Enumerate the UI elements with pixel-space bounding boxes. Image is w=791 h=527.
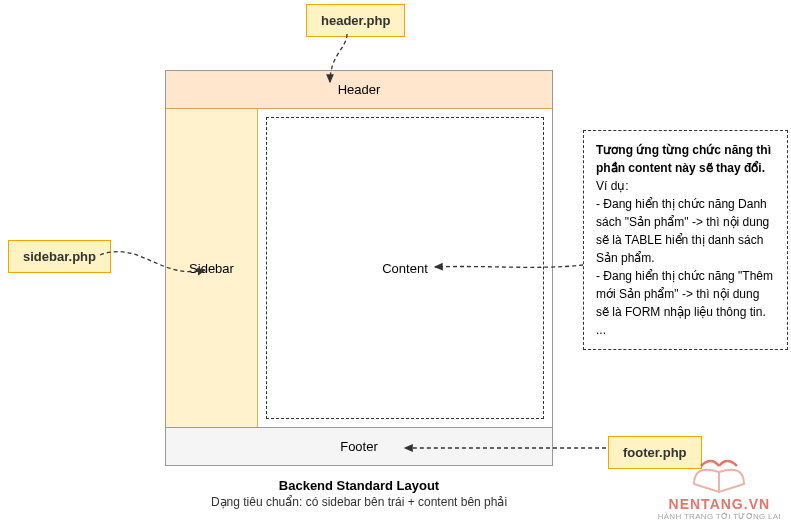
note-line3: ...	[596, 321, 775, 339]
layout-header: Header	[166, 71, 552, 109]
watermark-tagline: HÀNH TRANG TỚI TƯƠNG LAI	[658, 512, 781, 521]
layout-header-text: Header	[338, 82, 381, 97]
layout-frame: Header Sidebar Content Footer	[165, 70, 553, 466]
layout-footer: Footer	[166, 427, 552, 465]
layout-content: Content	[266, 117, 544, 419]
layout-sidebar-text: Sidebar	[189, 261, 234, 276]
header-php-label: header.php	[306, 4, 405, 37]
note-bold-line: Tương ứng từng chức năng thì phần conten…	[596, 141, 775, 177]
sidebar-php-label: sidebar.php	[8, 240, 111, 273]
layout-footer-text: Footer	[340, 439, 378, 454]
layout-sidebar: Sidebar	[166, 109, 258, 427]
book-icon	[689, 454, 749, 494]
note-line1: - Đang hiển thị chức năng Danh sách "Sản…	[596, 195, 775, 267]
caption-subtitle: Dạng tiêu chuẩn: có sidebar bên trái + c…	[165, 495, 553, 509]
watermark-brand: NENTANG.VN	[658, 496, 781, 512]
caption-title: Backend Standard Layout	[165, 478, 553, 493]
diagram-caption: Backend Standard Layout Dạng tiêu chuẩn:…	[165, 478, 553, 509]
note-line2: - Đang hiển thị chức năng "Thêm mới Sản …	[596, 267, 775, 321]
layout-content-text: Content	[382, 261, 428, 276]
watermark: NENTANG.VN HÀNH TRANG TỚI TƯƠNG LAI	[658, 454, 781, 521]
content-note: Tương ứng từng chức năng thì phần conten…	[583, 130, 788, 350]
note-intro: Ví dụ:	[596, 177, 775, 195]
